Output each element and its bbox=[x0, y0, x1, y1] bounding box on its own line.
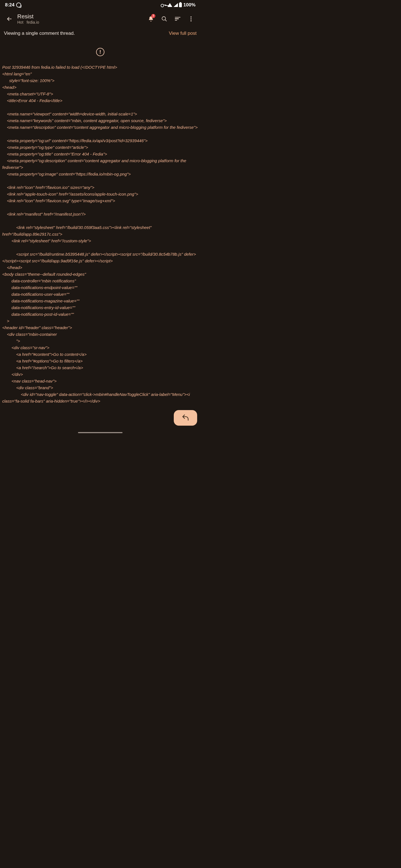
cell-signal-icon bbox=[173, 3, 178, 7]
status-bar: 8:24 100% bbox=[0, 0, 200, 10]
banner-message: Viewing a single comment thread. bbox=[4, 31, 75, 36]
wifi-icon bbox=[167, 3, 172, 7]
title-block[interactable]: Resist Hot fedia.io bbox=[17, 13, 145, 25]
svg-line-2 bbox=[165, 20, 167, 21]
search-button[interactable] bbox=[158, 13, 170, 25]
status-right: 100% bbox=[161, 2, 196, 8]
back-arrow-icon bbox=[6, 16, 12, 22]
search-icon bbox=[161, 16, 167, 22]
vpn-key-icon bbox=[161, 4, 166, 6]
reply-icon bbox=[182, 414, 189, 422]
battery-icon bbox=[179, 3, 182, 7]
community-subtitle: Hot fedia.io bbox=[17, 20, 145, 25]
error-glyph: ! bbox=[99, 49, 101, 55]
error-message: Post 32939446 from fedia.io failed to lo… bbox=[0, 59, 200, 404]
reply-fab[interactable] bbox=[174, 410, 197, 426]
sort-icon bbox=[175, 16, 180, 22]
action-icons: 7 bbox=[145, 13, 197, 25]
notifications-button[interactable]: 7 bbox=[145, 13, 157, 25]
status-left: 8:24 bbox=[5, 2, 21, 8]
more-vert-icon bbox=[191, 16, 192, 22]
thread-banner: Viewing a single comment thread. View fu… bbox=[0, 28, 200, 39]
notification-badge: 7 bbox=[151, 14, 155, 18]
error-icon: ! bbox=[96, 48, 105, 56]
status-time: 8:24 bbox=[5, 2, 15, 8]
view-full-post-link[interactable]: View full post bbox=[169, 31, 197, 36]
back-button[interactable] bbox=[3, 13, 16, 25]
battery-percent: 100% bbox=[183, 2, 196, 8]
error-zone: ! bbox=[0, 39, 200, 59]
svg-point-1 bbox=[162, 17, 166, 20]
more-button[interactable] bbox=[185, 13, 197, 25]
sort-label: Hot bbox=[17, 20, 23, 25]
sort-button[interactable] bbox=[172, 13, 184, 25]
nav-handle[interactable] bbox=[78, 432, 122, 433]
app-bar: Resist Hot fedia.io 7 bbox=[0, 10, 200, 28]
community-title: Resist bbox=[17, 13, 145, 20]
host-label: fedia.io bbox=[26, 20, 39, 25]
whatsapp-icon bbox=[16, 2, 21, 7]
